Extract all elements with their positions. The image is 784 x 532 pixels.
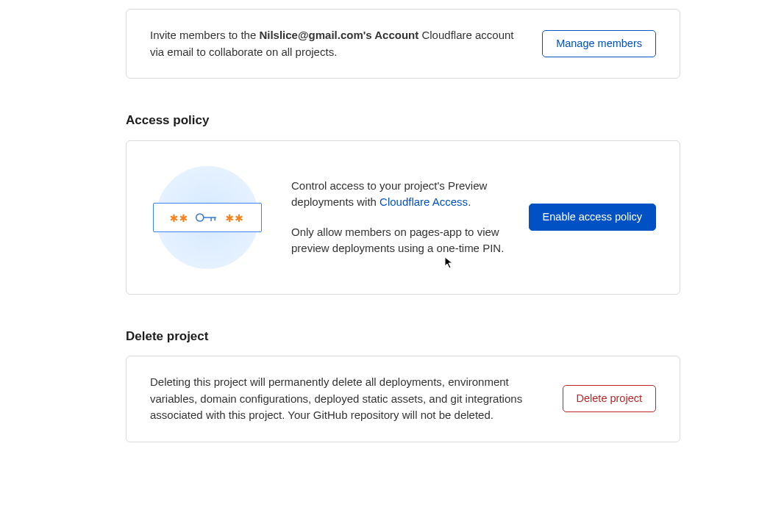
access-para-1: Control access to your project's Preview… [291, 178, 511, 211]
svg-point-0 [196, 213, 204, 220]
invite-description: Invite members to the Nilslice@gmail.com… [150, 27, 527, 60]
invite-account-name: Nilslice@gmail.com's Account [259, 29, 418, 41]
delete-project-title: Delete project [126, 327, 680, 346]
key-icon [195, 209, 220, 226]
delete-project-description: Deleting this project will permanently d… [150, 374, 548, 424]
asterisk-left: ✱✱ [170, 207, 189, 227]
password-box-illustration: ✱✱ ✱✱ [153, 203, 262, 232]
access-policy-card: ✱✱ ✱✱ Control access to your project's P… [126, 140, 680, 295]
invite-members-card: Invite members to the Nilslice@gmail.com… [126, 9, 680, 79]
asterisk-right: ✱✱ [226, 207, 245, 227]
cloudflare-access-link[interactable]: Cloudflare Access [379, 195, 468, 208]
manage-members-button[interactable]: Manage members [542, 30, 656, 57]
invite-prefix: Invite members to the [150, 29, 259, 41]
delete-project-button[interactable]: Delete project [563, 385, 656, 412]
access-p1-suffix: . [468, 195, 471, 208]
enable-access-policy-button[interactable]: Enable access policy [529, 204, 656, 231]
access-policy-title: Access policy [126, 111, 680, 130]
access-illustration: ✱✱ ✱✱ [141, 159, 274, 276]
delete-project-card: Deleting this project will permanently d… [126, 356, 680, 442]
access-para-2: Only allow members on pages-app to view … [291, 224, 511, 257]
access-policy-description: Control access to your project's Preview… [291, 178, 511, 257]
